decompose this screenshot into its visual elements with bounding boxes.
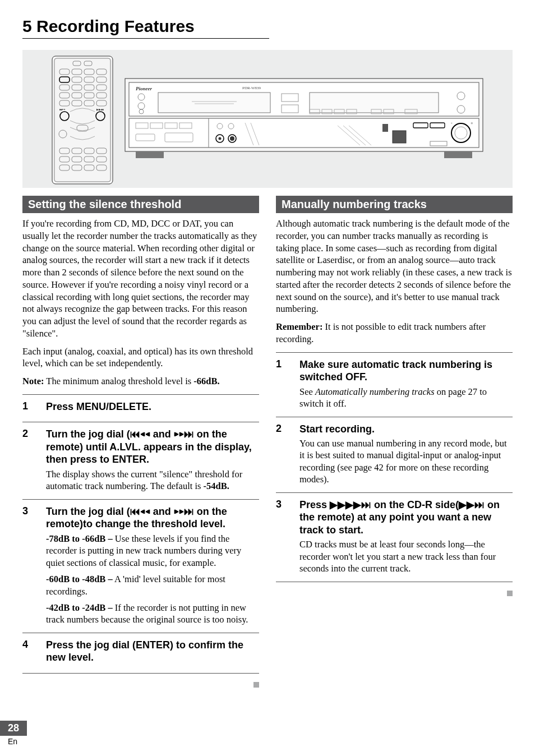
intro-paragraph-2: Each input (analog, coaxial, and optical…	[22, 345, 259, 370]
divider	[22, 673, 259, 674]
main-unit-diagram: Pioneer PDR-W839	[124, 78, 483, 162]
range-label: -60dB to -48dB –	[46, 574, 113, 584]
divider	[276, 492, 513, 493]
range-label: -78dB to -66dB –	[46, 533, 113, 544]
step-number: 4	[22, 639, 33, 666]
divider	[22, 394, 259, 395]
step-4: 4 Press the jog dial (ENTER) to confirm …	[22, 639, 259, 666]
step-2: 2 Start recording. You can use manual nu…	[276, 423, 513, 486]
divider	[276, 352, 513, 353]
step-number: 1	[22, 400, 33, 416]
divider	[22, 633, 259, 633]
svg-rect-82	[393, 131, 406, 143]
note-label: Note:	[22, 376, 44, 386]
brand-label: Pioneer	[136, 86, 152, 91]
step-heading: Turn the jog dial (⏮◀◀ and ▶▶⏭ on the re…	[46, 428, 259, 466]
svg-text:⏮◀◀: ⏮◀◀	[59, 108, 66, 111]
svg-rect-91	[444, 151, 472, 158]
svg-rect-47	[158, 93, 270, 113]
step-number: 2	[22, 428, 33, 492]
intro-paragraph: Although automatic track numbering is th…	[276, 218, 513, 315]
step-heading: Press the jog dial (ENTER) to confirm th…	[46, 639, 259, 664]
step-heading: Make sure automatic track numbering is s…	[299, 358, 513, 384]
section-header-manual: Manually numbering tracks	[276, 196, 513, 213]
remote-diagram: ⏮◀◀ ▶▶⏭	[52, 56, 113, 185]
section-header-silence: Setting the silence threshold	[22, 196, 259, 213]
threshold-range-3: -42dB to -24dB – If the recorder is not …	[46, 602, 259, 626]
step-description: CD tracks must be at least four seconds …	[299, 538, 513, 574]
step-heading: Turn the jog dial (⏮◀◀ and ▶▶⏭ on the re…	[46, 505, 259, 531]
svg-rect-81	[382, 124, 388, 132]
svg-point-73	[219, 137, 222, 140]
svg-text:-: -	[451, 121, 453, 126]
step-desc-ref: Automatically numbering tracks	[315, 386, 435, 397]
step-number: 3	[22, 505, 33, 626]
svg-rect-52	[310, 93, 439, 113]
diagram-area: ⏮◀◀ ▶▶⏭ Pioneer PDR-W839	[22, 50, 513, 188]
language-code: En	[8, 737, 27, 746]
note-paragraph: Note: The minimum analog threshold level…	[22, 375, 259, 388]
divider	[22, 422, 259, 422]
divider	[22, 499, 259, 500]
remember-label: Remember:	[276, 321, 322, 332]
svg-text:+: +	[471, 121, 473, 126]
step-desc-value: -54dB.	[204, 481, 229, 491]
section-end-icon	[507, 591, 513, 596]
right-column: Manually numbering tracks Although autom…	[276, 196, 513, 689]
svg-rect-90	[136, 151, 164, 158]
step-number: 2	[276, 423, 286, 486]
divider	[276, 582, 513, 582]
range-label: -42dB to -24dB –	[46, 602, 113, 613]
threshold-range-1: -78dB to -66dB – Use these levels if you…	[46, 533, 259, 569]
divider	[276, 417, 513, 417]
step-number: 1	[276, 358, 286, 410]
page-footer: 28 En	[0, 721, 27, 746]
page-title: 5 Recording Features	[22, 17, 269, 39]
step-description: You can use manual numbering in any reco…	[299, 437, 513, 486]
step-3: 3 Press ▶▶▶▶⏭ on the CD-R side(▶▶⏭ on th…	[276, 499, 513, 575]
note-text: The minimum analog threshold level is	[44, 376, 193, 386]
left-column: Setting the silence threshold If you're …	[22, 196, 259, 689]
remember-paragraph: Remember: It is not possible to edit tra…	[276, 321, 513, 345]
step-number: 3	[276, 499, 286, 575]
note-value: -66dB.	[193, 376, 219, 386]
step-desc-pre: See	[299, 386, 315, 397]
section-end-icon	[253, 682, 259, 688]
step-2: 2 Turn the jog dial (⏮◀◀ and ▶▶⏭ on the …	[22, 428, 259, 492]
step-1: 1 Press MENU/DELETE.	[22, 400, 259, 416]
threshold-range-2: -60dB to -48dB – A 'mid' level suitable …	[46, 573, 259, 597]
intro-paragraph-1: If you're recording from CD, MD, DCC or …	[22, 218, 259, 340]
step-heading: Start recording.	[299, 423, 513, 436]
svg-text:▶▶⏭: ▶▶⏭	[96, 108, 104, 111]
step-description: The display shows the current "silence" …	[46, 468, 259, 492]
step-heading: Press ▶▶▶▶⏭ on the CD-R side(▶▶⏭ on the …	[299, 499, 513, 537]
svg-point-75	[230, 136, 234, 141]
step-1: 1 Make sure automatic track numbering is…	[276, 358, 513, 410]
step-3: 3 Turn the jog dial (⏮◀◀ and ▶▶⏭ on the …	[22, 505, 259, 626]
model-label: PDR-W839	[242, 86, 261, 90]
step-description: See Automatically numbering tracks on pa…	[299, 386, 513, 410]
step-heading: Press MENU/DELETE.	[46, 400, 259, 413]
page-number: 28	[0, 721, 27, 736]
